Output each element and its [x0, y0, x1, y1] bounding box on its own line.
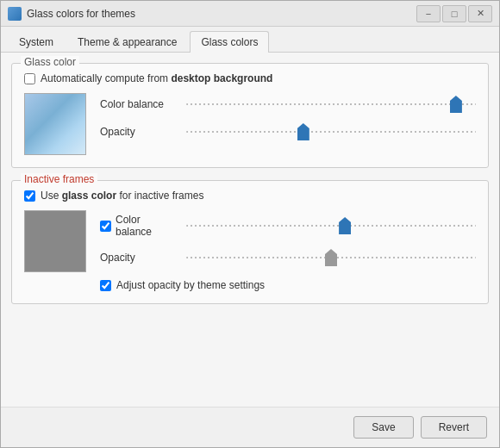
inactive-color-balance-label: Color balance	[100, 214, 178, 238]
glass-opacity-row: Opacity	[100, 124, 476, 140]
glass-color-section: Glass color Automatically compute from d…	[11, 63, 489, 168]
glass-color-balance-slider[interactable]	[186, 103, 476, 106]
glass-opacity-track	[186, 124, 476, 140]
adjust-opacity-checkbox[interactable]	[100, 280, 111, 291]
app-window: Glass colors for themes − □ ✕ System The…	[0, 0, 500, 448]
auto-compute-label[interactable]: Automatically compute from desktop backg…	[41, 72, 272, 84]
inactive-opacity-row: Opacity	[100, 250, 476, 265]
glass-color-balance-track	[186, 96, 476, 112]
adjust-opacity-row: Adjust opacity by theme settings	[100, 279, 476, 291]
use-glass-label[interactable]: Use glass color for inactive frames	[41, 190, 203, 202]
inactive-color-balance-slider[interactable]	[186, 224, 476, 227]
adjust-opacity-label[interactable]: Adjust opacity by theme settings	[116, 279, 265, 291]
tab-system[interactable]: System	[8, 31, 65, 53]
title-bar: Glass colors for themes − □ ✕	[1, 1, 499, 27]
glass-color-section-title: Glass color	[21, 56, 79, 68]
glass-sliders: Color balance Opacity	[100, 93, 476, 140]
glass-color-balance-row: Color balance	[100, 96, 476, 112]
save-button[interactable]: Save	[353, 416, 413, 439]
inactive-opacity-label: Opacity	[100, 252, 178, 264]
inactive-color-balance-track	[186, 218, 476, 233]
auto-compute-row: Automatically compute from desktop backg…	[24, 72, 476, 84]
glass-opacity-slider[interactable]	[186, 130, 476, 134]
inactive-sliders: Color balance Opacity	[100, 210, 476, 291]
inactive-color-swatch	[24, 210, 86, 272]
title-bar-controls: − □ ✕	[416, 5, 492, 22]
glass-color-balance-label: Color balance	[100, 98, 178, 110]
title-bar-left: Glass colors for themes	[8, 7, 135, 21]
inactive-color-balance-checkbox[interactable]	[100, 221, 111, 232]
glass-opacity-label: Opacity	[100, 126, 178, 138]
footer: Save Revert	[1, 407, 499, 447]
revert-button[interactable]: Revert	[421, 416, 487, 439]
app-icon	[8, 7, 22, 21]
inactive-color-preview-row: Color balance Opacity	[24, 210, 476, 291]
inactive-frames-section-title: Inactive frames	[21, 173, 97, 185]
use-glass-row: Use glass color for inactive frames	[24, 190, 476, 202]
use-glass-checkbox[interactable]	[24, 190, 35, 202]
inactive-opacity-track	[186, 250, 476, 265]
glass-color-preview-row: Color balance Opacity	[24, 93, 476, 155]
glass-color-swatch	[24, 93, 86, 155]
auto-compute-checkbox[interactable]	[24, 73, 35, 84]
tab-theme[interactable]: Theme & appearance	[66, 31, 188, 53]
inactive-color-balance-row: Color balance	[100, 214, 476, 238]
minimize-button[interactable]: −	[416, 5, 441, 22]
tab-glass[interactable]: Glass colors	[190, 31, 269, 53]
inactive-opacity-slider[interactable]	[186, 256, 476, 259]
window-title: Glass colors for themes	[27, 8, 135, 20]
content-area: Glass color Automatically compute from d…	[1, 53, 499, 407]
inactive-frames-section: Inactive frames Use glass color for inac…	[11, 180, 489, 304]
close-button[interactable]: ✕	[468, 5, 492, 22]
tabs-bar: System Theme & appearance Glass colors	[1, 27, 499, 53]
maximize-button[interactable]: □	[442, 5, 466, 22]
